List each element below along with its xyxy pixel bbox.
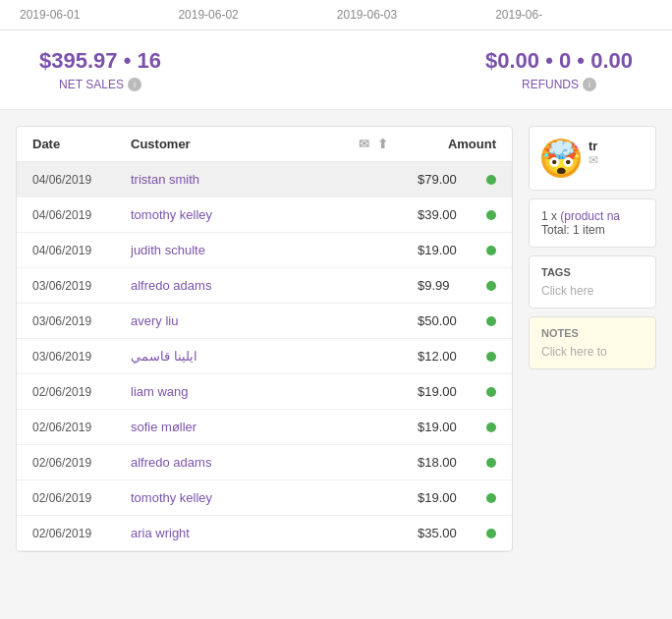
notes-section: NOTES Click here to — [529, 316, 656, 369]
date-4: 2019-06- — [495, 8, 542, 22]
row-customer[interactable]: tristan smith — [131, 172, 359, 187]
row-date: 04/06/2019 — [32, 173, 131, 187]
tags-click-here[interactable]: Click here — [541, 284, 644, 298]
status-dot — [486, 281, 496, 291]
refunds-info-icon[interactable]: i — [583, 78, 596, 91]
total-text: Total: 1 item — [541, 223, 644, 237]
row-amount: $19.00 — [418, 490, 496, 505]
row-amount: $9.99 — [418, 278, 496, 293]
orders-table: Date Customer ✉ ⬆ Amount 04/06/2019 tris… — [16, 126, 513, 552]
status-dot — [486, 458, 496, 468]
date-bar: 2019-06-01 2019-06-02 2019-06-03 2019-06… — [0, 0, 672, 30]
notes-click-here[interactable]: Click here to — [541, 345, 644, 359]
table-row[interactable]: 04/06/2019 tomothy kelley $39.00 — [17, 197, 512, 233]
row-amount: $19.00 — [418, 420, 496, 434]
row-date: 02/06/2019 — [32, 491, 131, 505]
row-customer[interactable]: avery liu — [131, 313, 359, 328]
row-customer[interactable]: alfredo adams — [131, 278, 359, 293]
table-header: Date Customer ✉ ⬆ Amount — [17, 127, 512, 162]
tags-title: TAGS — [541, 266, 644, 278]
status-dot — [486, 493, 496, 503]
table-action-icons: ✉ ⬆ — [359, 137, 418, 151]
customer-info: tr ✉ — [588, 139, 598, 167]
row-customer[interactable]: tomothy kelley — [131, 490, 359, 505]
row-amount: $50.00 — [418, 313, 496, 328]
main-content: Date Customer ✉ ⬆ Amount 04/06/2019 tris… — [0, 126, 672, 552]
amount-header: Amount — [418, 137, 496, 151]
product-text: 1 x (product na — [541, 209, 644, 223]
table-body: 04/06/2019 tristan smith $79.00 04/06/20… — [17, 162, 512, 551]
table-row[interactable]: 04/06/2019 judith schulte $19.00 — [17, 233, 512, 268]
row-amount: $12.00 — [418, 349, 496, 364]
row-date: 03/06/2019 — [32, 350, 131, 364]
notes-title: NOTES — [541, 327, 644, 339]
net-sales-amount: $395.97 • 16 — [39, 48, 161, 74]
date-header: Date — [32, 137, 131, 151]
status-dot — [486, 316, 496, 326]
row-customer[interactable]: sofie møller — [131, 420, 359, 434]
table-row[interactable]: 04/06/2019 tristan smith $79.00 — [17, 162, 512, 197]
row-amount: $35.00 — [418, 526, 496, 540]
status-dot — [486, 422, 496, 432]
avatar-emoji: 🤯 — [541, 139, 581, 178]
status-dot — [486, 175, 496, 185]
customer-header: Customer — [131, 137, 359, 151]
row-customer[interactable]: alfredo adams — [131, 455, 359, 470]
email-icon[interactable]: ✉ — [359, 137, 369, 151]
table-row[interactable]: 02/06/2019 tomothy kelley $19.00 — [17, 480, 512, 516]
table-row[interactable]: 02/06/2019 sofie møller $19.00 — [17, 410, 512, 445]
row-customer[interactable]: tomothy kelley — [131, 207, 359, 222]
row-date: 03/06/2019 — [32, 279, 131, 293]
date-1: 2019-06-01 — [20, 8, 80, 22]
row-date: 04/06/2019 — [32, 244, 131, 257]
net-sales-label: NET SALES i — [39, 78, 161, 91]
row-date: 02/06/2019 — [32, 421, 131, 434]
row-customer[interactable]: liam wang — [131, 384, 359, 399]
customer-name-right: tr — [588, 139, 598, 153]
net-sales-summary: $395.97 • 16 NET SALES i — [39, 48, 161, 91]
date-2: 2019-06-02 — [178, 8, 238, 22]
table-row[interactable]: 03/06/2019 ايلينا قاسمي $12.00 — [17, 339, 512, 374]
refunds-summary: $0.00 • 0 • 0.00 REFUNDS i — [485, 48, 633, 91]
refunds-amount: $0.00 • 0 • 0.00 — [485, 48, 633, 74]
date-3: 2019-06-03 — [337, 8, 397, 22]
row-date: 03/06/2019 — [32, 314, 131, 328]
net-sales-info-icon[interactable]: i — [128, 78, 141, 91]
row-customer[interactable]: judith schulte — [131, 243, 359, 257]
row-amount: $19.00 — [418, 243, 496, 257]
tags-section: TAGS Click here — [529, 255, 656, 309]
row-date: 02/06/2019 — [32, 527, 131, 540]
row-date: 02/06/2019 — [32, 456, 131, 470]
status-dot — [486, 246, 496, 255]
status-dot — [486, 529, 496, 538]
row-customer[interactable]: ايلينا قاسمي — [131, 349, 359, 364]
avatar: 🤯 — [541, 139, 581, 178]
table-row[interactable]: 02/06/2019 liam wang $19.00 — [17, 374, 512, 410]
row-amount: $79.00 — [418, 172, 496, 187]
refunds-label: REFUNDS i — [485, 78, 633, 91]
summary-row: $395.97 • 16 NET SALES i $0.00 • 0 • 0.0… — [0, 30, 672, 110]
product-link[interactable]: (product na — [560, 209, 620, 223]
table-row[interactable]: 03/06/2019 alfredo adams $9.99 — [17, 268, 512, 304]
row-customer[interactable]: aria wright — [131, 526, 359, 540]
customer-email-icon[interactable]: ✉ — [588, 153, 598, 167]
export-icon[interactable]: ⬆ — [377, 137, 388, 151]
row-amount: $18.00 — [418, 455, 496, 470]
orders-info: 1 x (product na Total: 1 item — [529, 198, 656, 248]
customer-card: 🤯 tr ✉ — [529, 126, 656, 191]
row-date: 02/06/2019 — [32, 385, 131, 399]
status-dot — [486, 210, 496, 220]
right-panel: 🤯 tr ✉ 1 x (product na Total: 1 item TAG… — [529, 126, 656, 552]
status-dot — [486, 387, 496, 397]
row-date: 04/06/2019 — [32, 208, 131, 222]
table-row[interactable]: 02/06/2019 aria wright $35.00 — [17, 516, 512, 551]
row-amount: $39.00 — [418, 207, 496, 222]
table-row[interactable]: 02/06/2019 alfredo adams $18.00 — [17, 445, 512, 480]
table-row[interactable]: 03/06/2019 avery liu $50.00 — [17, 304, 512, 339]
row-amount: $19.00 — [418, 384, 496, 399]
status-dot — [486, 352, 496, 362]
